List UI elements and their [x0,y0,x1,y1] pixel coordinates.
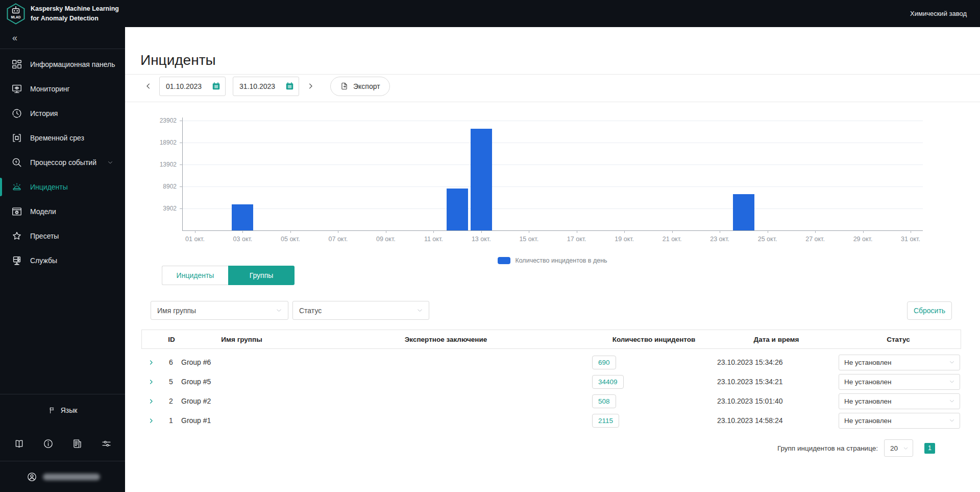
x-axis-label: 27 окт. [805,236,825,243]
news-icon[interactable] [72,438,83,449]
user-account-button[interactable] [0,461,125,492]
x-axis-label: 25 окт. [758,236,777,243]
status-value: Не установлен [844,417,892,425]
tab-groups[interactable]: Группы [228,266,295,285]
sidebar-item-dashboard[interactable]: Информационная панель [0,52,125,77]
status-select[interactable]: Не установлен [839,355,960,370]
chevron-down-icon [948,397,955,405]
date-from-value: 01.10.2023 [166,82,202,90]
x-axis-label: 03 окт. [233,236,253,243]
gridline [183,186,923,187]
gridline [183,165,923,165]
incident-count-button[interactable]: 34409 [592,375,624,389]
page-number-button[interactable]: 1 [924,443,935,454]
status-placeholder: Статус [299,307,322,315]
presets-icon [11,230,22,242]
sidebar-collapse-button[interactable]: « [0,27,125,49]
chart-plot: 3902890213902189022390201 окт.03 окт.05 … [182,118,923,231]
incident-count-button[interactable]: 2115 [592,414,619,428]
date-to-value: 31.10.2023 [239,82,275,90]
chart-bar[interactable] [232,204,253,230]
dashboard-icon [11,59,22,70]
date-to-input[interactable]: 31.10.2023 [233,77,299,96]
group-name-placeholder: Имя группы [157,307,196,315]
language-button[interactable]: Язык [0,394,125,426]
sidebar-menu: Информационная панель Мониторинг История [0,49,125,273]
next-period-button[interactable] [303,79,318,94]
incident-count-button[interactable]: 508 [592,394,616,408]
incidents-chart: 3902890213902189022390201 окт.03 окт.05 … [125,102,980,271]
column-header-datetime: Дата и время [718,336,835,343]
expand-row-button[interactable] [141,379,161,385]
chart-legend: Количество инцидентов в день [182,257,923,264]
x-axis-tick [529,230,529,233]
reset-filters-button[interactable]: Сбросить [907,301,952,320]
status-filter-select[interactable]: Статус [292,301,429,320]
status-select[interactable]: Не установлен [839,393,960,409]
gridline [183,121,923,121]
chart-bar[interactable] [733,194,754,230]
cell-datetime: 23.10.2023 15:34:26 [717,358,835,366]
prev-period-button[interactable] [140,79,156,94]
per-page-label: Групп инцидентов на странице: [777,444,878,452]
sidebar-item-label: Инциденты [30,183,68,191]
cell-datetime: 23.10.2023 15:01:40 [717,397,835,405]
chart-bar[interactable] [471,129,492,230]
sidebar-item-label: Процессор событий [30,158,96,167]
manual-book-icon[interactable] [14,438,24,449]
x-axis-label: 07 окт. [329,236,348,243]
sidebar-item-time-slice[interactable]: Временной срез [0,126,125,150]
monitoring-icon [11,83,22,95]
sidebar-item-services[interactable]: Службы [0,248,125,273]
view-tabs: Инциденты Группы [162,266,295,285]
y-axis-label: 13902 [142,161,177,168]
x-axis-label: 19 окт. [615,236,634,243]
settings-sliders-icon[interactable] [101,438,112,449]
sidebar-item-presets[interactable]: Пресеты [0,224,125,248]
user-email-obscured [43,474,100,480]
sidebar-item-incidents[interactable]: Инциденты [0,175,125,199]
tenant-name[interactable]: Химический завод [910,10,980,17]
tab-incidents[interactable]: Инциденты [162,266,228,285]
x-axis-label: 21 окт. [663,236,682,243]
status-select[interactable]: Не установлен [839,413,960,429]
sidebar-item-label: Модели [30,207,56,216]
status-select[interactable]: Не установлен [839,374,960,390]
sidebar-item-event-processor[interactable]: Процессор событий [0,150,125,175]
cell-id: 2 [161,397,181,405]
expand-row-button[interactable] [141,398,161,405]
status-value: Не установлен [844,378,892,386]
x-axis-tick [577,230,577,233]
legend-item[interactable]: Количество инцидентов в день [498,257,607,264]
table-row: 5 Group #5 34409 23.10.2023 15:34:21 Не … [141,372,961,391]
table-row: 1 Group #1 2115 23.10.2023 14:58:24 Не у… [141,411,961,430]
sidebar-item-monitoring[interactable]: Мониторинг [0,77,125,101]
expand-row-button[interactable] [141,417,161,424]
sidebar-item-models[interactable]: Модели [0,199,125,224]
calendar-icon [285,82,294,90]
chevron-down-icon [948,359,955,366]
status-value: Не установлен [844,397,892,405]
sidebar-item-label: Информационная панель [30,60,115,68]
expand-row-button[interactable] [141,359,161,366]
time-slice-icon [11,132,22,144]
info-icon[interactable] [43,438,54,449]
chart-bar[interactable] [447,189,468,230]
legend-swatch [498,257,510,264]
sidebar-item-history[interactable]: История [0,101,125,126]
per-page-value: 20 [890,444,898,452]
y-axis-label: 23902 [142,117,177,124]
main-content: Инциденты 01.10.2023 31.10.2023 [125,27,980,492]
chevron-down-icon [948,378,955,385]
incident-count-button[interactable]: 690 [592,356,616,369]
x-axis-tick [242,230,243,233]
per-page-select[interactable]: 20 [884,439,913,457]
group-name-select[interactable]: Имя группы [151,301,288,320]
cell-group-name: Group #6 [181,358,301,366]
date-from-input[interactable]: 01.10.2023 [159,77,226,96]
sidebar-footer: Язык [0,394,125,492]
legend-label: Количество инцидентов в день [515,257,607,264]
export-button[interactable]: Экспорт [330,77,390,96]
x-axis-label: 31 окт. [901,236,920,243]
x-axis-tick [195,230,195,233]
